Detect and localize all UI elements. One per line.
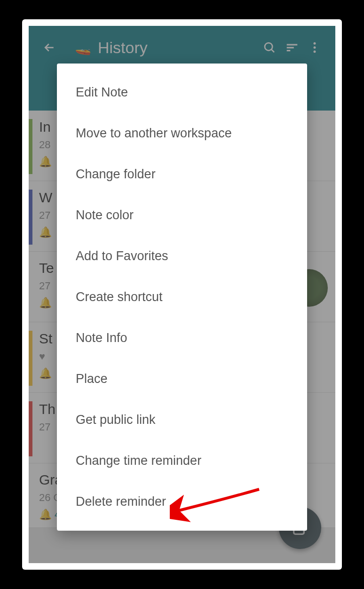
menu-item-get-public-link[interactable]: Get public link [57,399,307,440]
menu-item-note-info[interactable]: Note Info [57,318,307,358]
menu-item-change-reminder[interactable]: Change time reminder [57,440,307,481]
device-frame: 🚤 History In 28 🔔 [22,19,342,570]
menu-item-delete-reminder[interactable]: Delete reminder [57,481,307,522]
menu-item-note-color[interactable]: Note color [57,195,307,236]
menu-item-change-folder[interactable]: Change folder [57,154,307,195]
menu-item-place[interactable]: Place [57,358,307,399]
menu-item-create-shortcut[interactable]: Create shortcut [57,277,307,318]
menu-item-edit-note[interactable]: Edit Note [57,72,307,113]
screen: 🚤 History In 28 🔔 [29,26,335,563]
menu-item-move-workspace[interactable]: Move to another workspace [57,113,307,154]
menu-item-add-favorites[interactable]: Add to Favorites [57,236,307,277]
context-menu: Edit Note Move to another workspace Chan… [57,64,307,531]
